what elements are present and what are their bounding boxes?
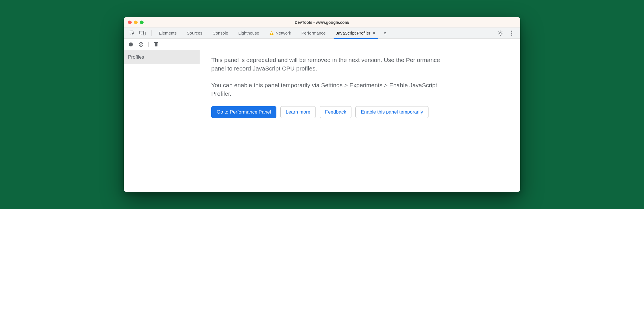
learn-more-button[interactable]: Learn more bbox=[280, 106, 316, 118]
device-toolbar-icon[interactable] bbox=[139, 29, 146, 37]
tab-label: Sources bbox=[187, 31, 202, 35]
svg-point-9 bbox=[511, 35, 512, 36]
button-label: Learn more bbox=[286, 109, 310, 115]
button-label: Go to Performance Panel bbox=[217, 109, 271, 115]
toolbar-left bbox=[126, 29, 149, 37]
svg-rect-14 bbox=[154, 42, 158, 43]
svg-rect-4 bbox=[271, 32, 272, 34]
kebab-menu-icon[interactable] bbox=[508, 29, 515, 37]
tab-console[interactable]: Console bbox=[208, 27, 233, 39]
deprecation-message: This panel is deprecated and will be rem… bbox=[211, 56, 455, 98]
button-label: Enable this panel temporarily bbox=[361, 109, 423, 115]
tab-lighthouse[interactable]: Lighthouse bbox=[233, 27, 264, 39]
tab-label: Console bbox=[213, 31, 228, 35]
tab-label: Lighthouse bbox=[238, 31, 259, 35]
record-icon[interactable] bbox=[127, 40, 135, 48]
feedback-button[interactable]: Feedback bbox=[320, 106, 352, 118]
clear-icon[interactable] bbox=[137, 40, 145, 48]
button-label: Feedback bbox=[325, 109, 346, 115]
message-paragraph-1: This panel is deprecated and will be rem… bbox=[211, 56, 455, 73]
svg-rect-13 bbox=[155, 43, 157, 46]
close-window-button[interactable] bbox=[128, 20, 132, 24]
more-tabs-icon[interactable]: » bbox=[381, 30, 388, 36]
tab-elements[interactable]: Elements bbox=[154, 27, 182, 39]
delete-icon[interactable] bbox=[152, 40, 160, 48]
go-to-performance-button[interactable]: Go to Performance Panel bbox=[211, 106, 276, 118]
window-title: DevTools - www.google.com/ bbox=[295, 20, 349, 25]
svg-rect-1 bbox=[140, 31, 144, 34]
settings-gear-icon[interactable] bbox=[497, 29, 504, 37]
tab-sources[interactable]: Sources bbox=[182, 27, 208, 39]
warning-icon bbox=[269, 31, 274, 35]
window-controls bbox=[128, 20, 144, 24]
close-tab-icon[interactable]: ✕ bbox=[372, 31, 376, 36]
sidebar-toolbar bbox=[124, 39, 200, 50]
minimize-window-button[interactable] bbox=[134, 20, 138, 24]
toolbar-right bbox=[497, 29, 518, 37]
button-row: Go to Performance Panel Learn more Feedb… bbox=[211, 106, 509, 118]
tab-label: Performance bbox=[301, 31, 326, 35]
tab-network[interactable]: Network bbox=[264, 27, 296, 39]
maximize-window-button[interactable] bbox=[140, 20, 144, 24]
tab-label: Elements bbox=[159, 31, 177, 35]
divider bbox=[148, 42, 149, 47]
profiles-label: Profiles bbox=[128, 54, 144, 60]
svg-point-7 bbox=[511, 31, 512, 32]
tab-label: Network bbox=[276, 31, 291, 35]
titlebar: DevTools - www.google.com/ bbox=[124, 17, 520, 27]
tab-performance[interactable]: Performance bbox=[296, 27, 331, 39]
sidebar: Profiles bbox=[124, 39, 200, 192]
enable-temporarily-button[interactable]: Enable this panel temporarily bbox=[355, 106, 428, 118]
svg-rect-5 bbox=[271, 34, 272, 35]
tab-label: JavaScript Profiler bbox=[336, 31, 370, 35]
svg-point-10 bbox=[129, 42, 133, 46]
svg-line-12 bbox=[140, 43, 142, 46]
divider bbox=[151, 30, 152, 36]
tab-javascript-profiler[interactable]: JavaScript Profiler ✕ bbox=[331, 27, 381, 39]
inspect-element-icon[interactable] bbox=[129, 29, 136, 37]
tabstrip: Elements Sources Console Lighthouse Netw… bbox=[124, 27, 520, 39]
message-paragraph-2: You can enable this panel temporarily vi… bbox=[211, 81, 455, 98]
main-panel: This panel is deprecated and will be rem… bbox=[200, 39, 520, 192]
svg-point-8 bbox=[511, 33, 512, 34]
svg-point-6 bbox=[500, 32, 501, 34]
content-area: Profiles This panel is deprecated and wi… bbox=[124, 39, 520, 192]
devtools-window: DevTools - www.google.com/ Elements bbox=[124, 17, 520, 192]
profiles-heading[interactable]: Profiles bbox=[124, 50, 200, 64]
